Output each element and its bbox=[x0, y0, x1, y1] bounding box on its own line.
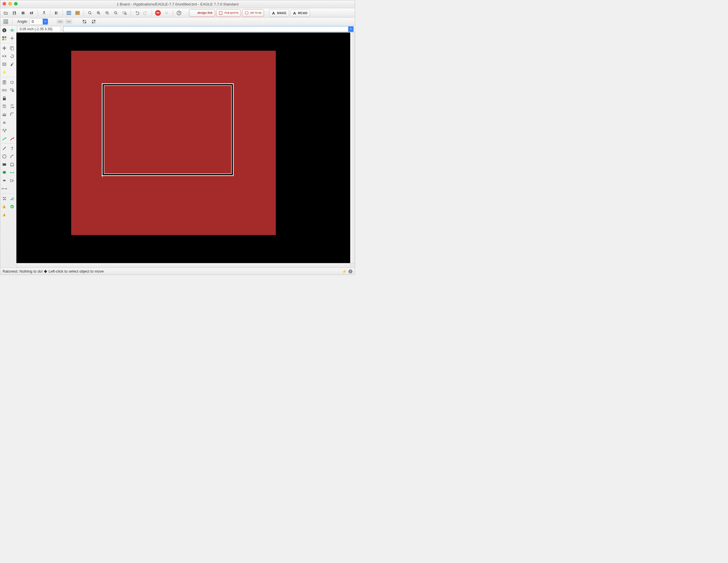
replace-tool[interactable] bbox=[8, 86, 16, 94]
text-tool[interactable]: T bbox=[8, 144, 16, 152]
rect-tool[interactable] bbox=[0, 160, 8, 169]
signal-tool[interactable] bbox=[8, 169, 16, 177]
group-tool[interactable] bbox=[0, 60, 8, 68]
designlink-button[interactable]: design link bbox=[189, 9, 215, 17]
ratsnest-tool[interactable] bbox=[0, 194, 8, 203]
smash-tool[interactable] bbox=[0, 110, 8, 118]
svg-text:!: ! bbox=[4, 206, 5, 209]
go-button[interactable] bbox=[163, 10, 170, 16]
idf3d-button[interactable]: IDF TO 3D bbox=[242, 9, 264, 17]
value-tool[interactable]: R210▸ bbox=[8, 102, 16, 110]
miter-tool[interactable] bbox=[8, 110, 16, 118]
svg-point-6 bbox=[31, 12, 32, 14]
svg-point-59 bbox=[3, 155, 6, 158]
svg-point-65 bbox=[13, 172, 14, 173]
rotate-tool[interactable] bbox=[8, 52, 16, 60]
copy-tool[interactable] bbox=[8, 44, 16, 52]
status-text-b: Left-click to select object to move bbox=[48, 269, 103, 273]
ulp-button[interactable] bbox=[74, 10, 81, 16]
autoroute-tool[interactable]: A bbox=[8, 194, 16, 203]
blank4 bbox=[8, 126, 16, 135]
diamond-separator-icon bbox=[44, 270, 47, 273]
svg-text:i: i bbox=[4, 29, 5, 32]
info-row: 0.05 inch (-2.35 3.35) bbox=[16, 26, 355, 33]
undo-button[interactable] bbox=[133, 10, 141, 16]
minimize-window-button[interactable] bbox=[8, 2, 12, 5]
mark-tool[interactable] bbox=[8, 34, 16, 42]
route-tool[interactable] bbox=[0, 135, 8, 143]
dimension-tool[interactable] bbox=[0, 185, 8, 193]
show-tool[interactable] bbox=[8, 26, 16, 34]
pinswap-tool[interactable] bbox=[0, 86, 8, 94]
svg-point-67 bbox=[3, 180, 5, 181]
angle-dropdown-button[interactable] bbox=[43, 19, 48, 24]
svg-rect-39 bbox=[2, 36, 4, 38]
command-line[interactable] bbox=[63, 26, 354, 32]
command-dropdown-button[interactable] bbox=[348, 27, 353, 32]
stop-button[interactable] bbox=[154, 10, 162, 16]
board-canvas[interactable] bbox=[16, 33, 350, 263]
circle-tool[interactable] bbox=[0, 152, 8, 160]
autodesk-icon bbox=[293, 11, 296, 15]
script-button[interactable]: SCR bbox=[65, 10, 73, 16]
close-window-button[interactable] bbox=[3, 2, 6, 5]
polygon-tool[interactable] bbox=[8, 160, 16, 169]
zoom-out-button[interactable] bbox=[103, 10, 111, 16]
paste-placeholder-tool[interactable] bbox=[0, 68, 8, 76]
hole-tool[interactable] bbox=[0, 177, 8, 185]
svg-rect-55 bbox=[12, 90, 14, 92]
zoom-select-button[interactable] bbox=[121, 10, 128, 16]
attribute-tool[interactable] bbox=[8, 177, 16, 185]
align-grid-2-button[interactable] bbox=[90, 18, 97, 25]
svg-rect-33 bbox=[94, 20, 95, 21]
svg-rect-31 bbox=[85, 22, 86, 23]
change-tool[interactable] bbox=[8, 60, 16, 68]
horizontal-scrollbar[interactable] bbox=[16, 263, 350, 268]
mcad-button[interactable]: MCAD bbox=[290, 9, 310, 17]
spin-button[interactable]: Abc bbox=[57, 20, 64, 24]
lock-tool[interactable] bbox=[0, 94, 8, 102]
zoom-window-button[interactable] bbox=[14, 2, 18, 5]
make-button[interactable]: MAKE bbox=[269, 9, 289, 17]
zoom-in-button[interactable] bbox=[95, 10, 102, 16]
save-button[interactable] bbox=[11, 10, 18, 16]
meander-tool[interactable] bbox=[0, 126, 8, 135]
redo-button[interactable] bbox=[142, 10, 149, 16]
info-tool[interactable]: i bbox=[0, 26, 8, 34]
erc-tool[interactable]: ! bbox=[0, 203, 8, 211]
layers-button[interactable] bbox=[53, 10, 60, 16]
add-tool[interactable] bbox=[8, 78, 16, 86]
wire-tool[interactable] bbox=[0, 144, 8, 152]
name-tool[interactable]: R210k bbox=[0, 102, 8, 110]
svg-rect-51 bbox=[11, 81, 13, 84]
display-tool[interactable] bbox=[0, 34, 8, 42]
split-tool[interactable] bbox=[0, 118, 8, 126]
open-button[interactable] bbox=[2, 10, 10, 16]
print-button[interactable] bbox=[19, 10, 27, 16]
errors-tool[interactable]: ! bbox=[0, 211, 8, 219]
move-tool[interactable] bbox=[0, 44, 8, 52]
designlink-icon bbox=[192, 11, 196, 15]
drc-tool[interactable] bbox=[8, 203, 16, 211]
mirror-text-button[interactable]: >q< bbox=[65, 20, 72, 24]
zoom-fit-button[interactable] bbox=[86, 10, 94, 16]
cam-button[interactable] bbox=[28, 10, 35, 16]
ripup-tool[interactable] bbox=[8, 135, 16, 143]
angle-label: Angle: bbox=[17, 19, 28, 24]
angle-input[interactable] bbox=[30, 19, 43, 24]
angle-combo[interactable] bbox=[30, 18, 48, 25]
via-tool[interactable] bbox=[0, 169, 8, 177]
align-grid-1-button[interactable] bbox=[81, 18, 88, 25]
arc-tool[interactable] bbox=[8, 152, 16, 160]
alert-icon[interactable]: ! bbox=[348, 269, 352, 273]
scroll-corner bbox=[350, 263, 355, 268]
command-input[interactable] bbox=[63, 27, 348, 32]
board-schematic-switch-button[interactable] bbox=[40, 10, 48, 16]
zoom-redraw-button[interactable] bbox=[112, 10, 120, 16]
help-button[interactable]: ? bbox=[175, 10, 183, 16]
delete-tool[interactable] bbox=[0, 78, 8, 86]
pcbquote-button[interactable]: PCB QUOTE bbox=[216, 9, 241, 17]
mirror-tool[interactable] bbox=[0, 52, 8, 60]
vertical-scrollbar[interactable] bbox=[350, 33, 355, 263]
grid-button[interactable] bbox=[2, 18, 10, 25]
